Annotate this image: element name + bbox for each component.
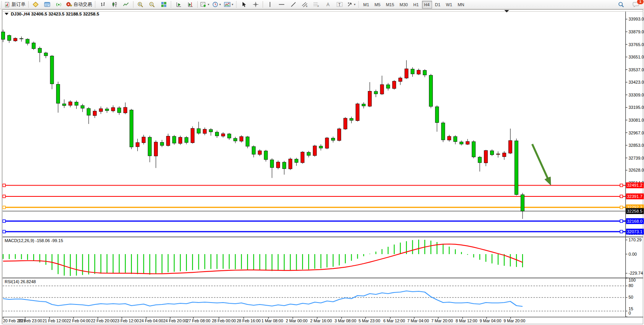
signal-icon [56,2,62,7]
candlestick-button[interactable] [109,0,120,9]
new-order-button[interactable]: 新订单 [3,0,27,9]
candlestick-up [417,70,420,74]
cursor-icon [241,2,247,7]
line-handle[interactable] [620,230,623,233]
price-tick-label: 33423.0 [629,80,644,84]
candlestick-up [405,69,408,78]
candlestick-up [68,102,72,105]
line-handle[interactable] [3,220,5,222]
fibonacci-tool-button[interactable]: F [311,0,322,9]
timeframe-W1[interactable]: W1 [444,1,455,9]
candlestick-down [173,136,176,143]
price-line-label-text: 32491.2 [627,183,642,187]
timeframe-MN[interactable]: MN [455,1,466,9]
line-handle[interactable] [3,206,5,209]
bar-chart-button[interactable] [97,0,109,9]
arrows-tool-button[interactable]: ▾ [345,0,357,9]
chart-shift-button[interactable] [184,0,196,9]
line-handle[interactable] [3,184,5,187]
line-handle[interactable] [3,230,5,233]
signals-button[interactable] [53,0,65,9]
time-axis-label: 24 Feb 20:00 [163,318,187,323]
candlestick-down [2,32,5,39]
period-button[interactable]: ▾ [211,0,222,9]
svg-text:T: T [338,3,341,7]
candlestick-down [264,151,268,160]
timeframe-H4[interactable]: H4 [422,1,432,9]
line-handle[interactable] [620,206,623,209]
candlestick-up [338,129,341,141]
search-icon [618,2,624,8]
price-tick-label: 32853.0 [629,143,644,148]
price-tick-label: 33537.0 [629,67,644,72]
candlestick-down [7,35,11,40]
candlestick-up [154,142,158,156]
line-handle[interactable] [620,184,623,187]
text-tool-button[interactable]: A [322,0,334,9]
candlestick-down [350,119,353,120]
time-axis-label: 22 Feb 04:00 [67,318,91,323]
candlestick-down [227,134,231,138]
line-handle[interactable] [3,195,5,198]
tile-windows-icon [161,2,167,7]
toolbar-grip[interactable] [1,1,3,8]
crosshair-tool-button[interactable] [250,0,261,9]
rsi-tick-label: 0 [629,311,631,315]
price-tick-label: 33195.0 [629,105,644,110]
macd-tick-label: 0.00 [629,252,637,256]
new-chart-button[interactable]: ▾ [199,0,211,9]
candlestick-down [215,132,219,136]
price-line-label-text: 32168.0 [627,219,642,224]
template-button[interactable]: ▾ [222,0,235,9]
candlestick-down [478,157,482,163]
notifications-button[interactable]: 1 [630,0,642,9]
candlestick-down [63,104,66,106]
macd-tick-label: 170.29 [629,237,642,242]
timeframe-M1[interactable]: M1 [361,1,371,9]
time-axis-label: 3 Mar 08:00 [335,318,356,323]
time-axis-label: 6 Mar 12:00 [383,318,405,323]
candlestick-down [386,85,390,88]
trendline-tool-button[interactable] [287,0,299,9]
candlestick-up [343,118,347,129]
timeframe-H1[interactable]: H1 [411,1,421,9]
terminal-button[interactable] [41,0,53,9]
search-button[interactable] [615,0,627,9]
chart-shift-icon [188,2,193,7]
time-axis-label: 28 Feb 00:00 [212,318,236,323]
label-tool-button[interactable]: T [334,0,345,9]
candlestick-down [454,137,457,142]
candlestick-down [75,102,78,105]
timeframe-D1[interactable]: D1 [433,1,443,9]
template-icon [224,2,231,7]
zoom-out-button[interactable] [146,0,158,9]
vertical-line-tool-button[interactable] [264,0,276,9]
autotrade-button[interactable]: 自动交易 [65,0,94,9]
timeframe-M30[interactable]: M30 [397,1,410,9]
candlestick-down [423,71,427,75]
horizontal-line-tool-button[interactable] [276,0,287,9]
cursor-tool-button[interactable] [238,0,250,9]
market-watch-button[interactable] [30,0,41,9]
candlestick-up [356,104,359,120]
chart-canvas[interactable]: 33993.033879.033765.033651.033537.033423… [0,0,644,325]
price-tick-label: 32967.0 [629,131,644,135]
zoom-in-button[interactable] [135,0,146,9]
line-handle[interactable] [620,195,623,198]
terminal-window-icon [44,2,50,7]
channel-tool-button[interactable]: E [299,0,311,9]
tile-windows-button[interactable] [158,0,169,9]
timeframe-M15[interactable]: M15 [384,1,396,9]
line-chart-button[interactable] [120,0,132,9]
chart-title: DJ30-,H4 32406.5 32423.5 32188.5 32258.5 [11,12,99,16]
rsi-tick-label: 50 [629,295,633,299]
candlestick-down [130,110,133,147]
chart-window [3,10,643,324]
candlestick-down [374,91,378,94]
bar-chart-icon [100,2,106,7]
time-axis-label: 24 Feb 04:00 [139,318,163,323]
auto-scroll-button[interactable] [173,0,184,9]
candlestick-up [399,78,402,81]
line-handle[interactable] [620,220,623,222]
timeframe-M5[interactable]: M5 [372,1,383,9]
